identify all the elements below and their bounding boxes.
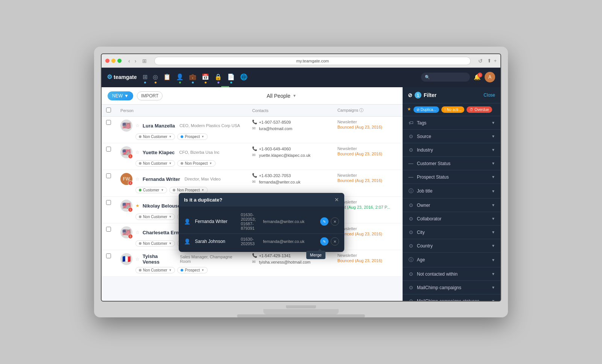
filter-item-city[interactable]: ⊙ City ▼	[403, 226, 500, 239]
nav-people[interactable]: 👤	[176, 73, 184, 80]
prospect-status-badge[interactable]: Non Prospect ▼	[169, 187, 208, 193]
filter-item-label: Owner	[417, 203, 430, 208]
filter-item-caret: ▼	[491, 230, 495, 234]
edit-button-1[interactable]: ✎	[320, 217, 328, 226]
customer-status-badge[interactable]: Non Customer ▼	[135, 267, 175, 273]
new-button[interactable]: NEW ▼	[108, 91, 133, 100]
filter-panel: ⊘ 1 Filter Close ★ ⊘ Duplica... ! No act…	[403, 87, 500, 301]
search-input[interactable]	[421, 73, 470, 82]
filter-item-age[interactable]: ⓘ Age ▼	[403, 253, 500, 267]
email-value: lura@hotmail.com	[259, 126, 292, 131]
fullscreen-button[interactable]	[117, 59, 122, 63]
prospect-status-badge[interactable]: Non Prospect ▼	[177, 160, 216, 167]
nav-docs[interactable]: 📄	[227, 73, 235, 80]
prospect-status-dot	[181, 135, 183, 138]
row-checkbox[interactable]	[106, 200, 111, 205]
person-name[interactable]: Nikolay Belousov	[143, 203, 183, 209]
filter-item-industry[interactable]: ⊙ Industry ▼	[403, 143, 500, 157]
user-avatar[interactable]: A	[485, 72, 495, 82]
new-tab-button[interactable]: +	[494, 58, 497, 64]
row-checkbox[interactable]	[106, 147, 111, 152]
filter-item-prospect-status[interactable]: — Prospect Status ▼	[403, 170, 500, 184]
star-empty[interactable]: ☆	[135, 150, 140, 155]
row-checkbox[interactable]	[106, 120, 111, 125]
customer-status-badge[interactable]: Non Customer ▼	[135, 133, 175, 140]
filter-item-job-title[interactable]: ⓘ Job title ▼	[403, 184, 500, 199]
filter-item-source[interactable]: ⊙ Source ▼	[403, 130, 500, 143]
bookmark-button[interactable]: ⬆	[487, 58, 491, 64]
customer-status-dot	[139, 269, 141, 271]
customer-status-caret: ▼	[169, 268, 172, 272]
person-title: Sales Manager, Champagne Room	[180, 255, 243, 264]
address-bar[interactable]: my.teamgate.com	[154, 57, 471, 65]
filter-item-label: Source	[417, 134, 431, 139]
person-name[interactable]: Tyisha Veness	[143, 253, 175, 265]
modal-phone-2: 01630-202053	[241, 237, 258, 246]
filter-item-mailchimp-campaigns-statuses[interactable]: ⊙ MailChimp campaigns statuses ▼	[403, 294, 500, 301]
sidebar-toggle[interactable]: ⊞	[141, 57, 148, 65]
person-name[interactable]: Charlesetta Erm	[143, 230, 180, 235]
star-icon[interactable]: ★	[135, 203, 140, 208]
star-filter[interactable]: ★	[407, 106, 411, 113]
filter-item-caret: ▼	[491, 189, 495, 193]
person-cell: FW 2 ☆ Fernanda Writer Director, Max Vid…	[120, 173, 243, 193]
star-empty[interactable]: ☆	[135, 123, 140, 128]
nav-calendar[interactable]: 📅	[202, 73, 209, 80]
customer-status-dot	[139, 162, 141, 165]
close-button[interactable]	[105, 59, 109, 63]
filter-item-mailchimp-campaigns[interactable]: ⊙ MailChimp campaigns ▼	[403, 281, 500, 294]
filter-item-label: City	[417, 230, 425, 235]
filter-item-not-contacted-within[interactable]: ⊙ Not contacted within ▼	[403, 267, 500, 281]
dismiss-button-1[interactable]: ✕	[331, 217, 339, 226]
star-empty[interactable]: ☆	[135, 256, 140, 262]
customer-status-badge[interactable]: Non Customer ▼	[135, 240, 175, 247]
customer-status-badge[interactable]: Non Customer ▼	[135, 214, 175, 220]
person-name-row: FW 2 ☆ Fernanda Writer Director, Max Vid…	[120, 173, 243, 185]
person-name[interactable]: Yuette Klapec	[143, 150, 175, 155]
filter-item-label: Age	[417, 257, 425, 262]
person-icon-2: 👤	[184, 238, 190, 244]
prospect-status-badge[interactable]: Prospect ▼	[177, 133, 207, 140]
select-all-checkbox[interactable]	[106, 108, 111, 112]
filter-item-country[interactable]: ⊙ Country ▼	[403, 239, 500, 253]
nav-contacts[interactable]: 📋	[163, 73, 171, 80]
reload-button[interactable]: ↺	[477, 57, 484, 65]
phone-icon: 📞	[252, 253, 257, 258]
nav-briefcase[interactable]: 💼	[189, 73, 196, 80]
filter-close-button[interactable]: Close	[483, 93, 495, 98]
forward-button[interactable]: ›	[133, 57, 138, 65]
row-checkbox[interactable]	[106, 253, 111, 258]
chip-duplicates[interactable]: ⊘ Duplica...	[413, 106, 439, 113]
star-empty[interactable]: ☆	[135, 230, 140, 235]
chip-no-activity[interactable]: ! No acti...	[441, 106, 464, 113]
person-name[interactable]: Fernanda Writer	[143, 176, 180, 182]
row-checkbox[interactable]	[106, 227, 111, 232]
row-checkbox[interactable]	[106, 173, 111, 178]
back-button[interactable]: ‹	[127, 57, 132, 65]
chip-overdue[interactable]: ⏱ Overdue	[467, 106, 492, 113]
customer-status-badge[interactable]: Non Customer ▼	[135, 160, 175, 167]
dismiss-button-2[interactable]: ✕	[331, 237, 339, 246]
filter-item-label: Job title	[417, 188, 432, 194]
filter-item-collaborator[interactable]: ⊙ Collaborator ▼	[403, 212, 500, 226]
edit-button-2[interactable]: ✎	[320, 237, 328, 246]
nav-lock[interactable]: 🔒	[214, 73, 222, 80]
customer-status-dot	[139, 215, 141, 218]
customer-status-label: Customer	[143, 188, 159, 192]
top-nav: ⚙ teamgate ⊞ ◎ 📋 👤	[102, 68, 500, 87]
person-name[interactable]: Lura Manzella	[143, 123, 175, 129]
filter-item-owner[interactable]: ⊙ Owner ▼	[403, 199, 500, 212]
minimize-button[interactable]	[111, 59, 116, 63]
modal-header: Is it a duplicate? ✕	[179, 193, 344, 206]
notification-icon[interactable]: 🔔 1	[474, 74, 481, 80]
nav-location[interactable]: ◎	[153, 73, 158, 80]
import-button[interactable]: IMPORT	[137, 91, 163, 100]
filter-item-customer-status[interactable]: — Customer Status ▼	[403, 157, 500, 170]
customer-status-badge[interactable]: Customer ▼	[135, 187, 167, 193]
filter-item-tags[interactable]: 🏷 Tags ▼	[403, 116, 500, 130]
modal-close-button[interactable]: ✕	[334, 197, 339, 203]
prospect-status-badge[interactable]: Prospect ▼	[177, 267, 207, 273]
star-empty[interactable]: ☆	[135, 176, 140, 182]
nav-globe[interactable]: 🌐	[240, 73, 248, 80]
nav-dashboard[interactable]: ⊞	[143, 73, 147, 80]
